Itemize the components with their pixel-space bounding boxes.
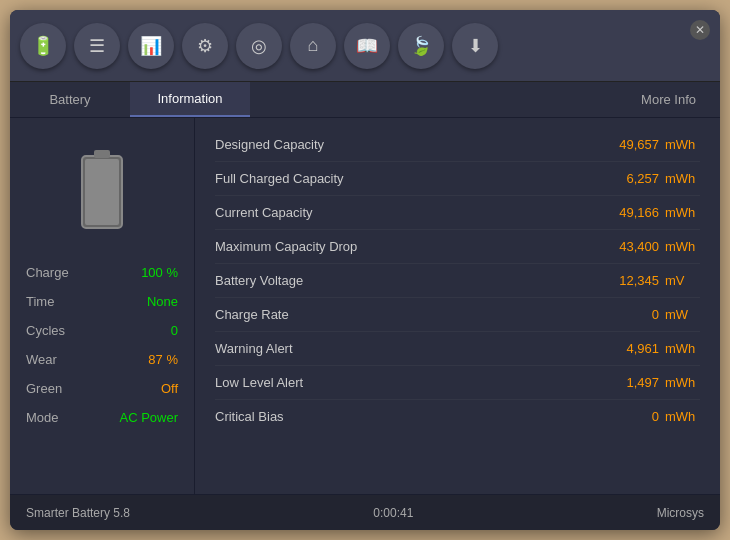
info-row-battery-voltage: Battery Voltage 12,345 mV [215,264,700,298]
info-row-designed-capacity: Designed Capacity 49,657 mWh [215,128,700,162]
info-row-warning-alert: Warning Alert 4,961 mWh [215,332,700,366]
info-row-low-level-alert: Low Level Alert 1,497 mWh [215,366,700,400]
elapsed-time: 0:00:41 [373,506,413,520]
toolbar: 🔋 ☰ 📊 ⚙ ◎ ⌂ 📖 🍃 ⬇ ✕ [10,10,720,82]
stat-green: Green Off [26,374,178,403]
download-nav-icon[interactable]: ⬇ [452,23,498,69]
tab-information[interactable]: Information [130,82,250,117]
stats-grid: Charge 100 % Time None Cycles 0 Wear 87 … [26,258,178,432]
info-row-charge-rate: Charge Rate 0 mW [215,298,700,332]
info-row-full-charged-capacity: Full Charged Capacity 6,257 mWh [215,162,700,196]
tab-battery[interactable]: Battery [10,82,130,117]
main-content: Charge 100 % Time None Cycles 0 Wear 87 … [10,118,720,494]
tab-bar: Battery Information More Info [10,82,720,118]
settings-nav-icon[interactable]: ⚙ [182,23,228,69]
stat-cycles: Cycles 0 [26,316,178,345]
info-row-current-capacity: Current Capacity 49,166 mWh [215,196,700,230]
stat-wear: Wear 87 % [26,345,178,374]
battery-display [72,144,132,238]
company-name: Microsys [657,506,704,520]
battery-icon-graphic [72,144,132,234]
info-row-critical-bias: Critical Bias 0 mWh [215,400,700,433]
book-nav-icon[interactable]: 📖 [344,23,390,69]
leaf-nav-icon[interactable]: 🍃 [398,23,444,69]
stat-mode: Mode AC Power [26,403,178,432]
stat-time: Time None [26,287,178,316]
svg-rect-2 [85,159,119,225]
close-button[interactable]: ✕ [690,20,710,40]
status-bar: Smarter Battery 5.8 0:00:41 Microsys [10,494,720,530]
battery-nav-icon[interactable]: 🔋 [20,23,66,69]
list-nav-icon[interactable]: ☰ [74,23,120,69]
svg-rect-1 [94,150,110,158]
app-name: Smarter Battery 5.8 [26,506,130,520]
home-nav-icon[interactable]: ⌂ [290,23,336,69]
app-window: 🔋 ☰ 📊 ⚙ ◎ ⌂ 📖 🍃 ⬇ ✕ Battery Information … [10,10,720,530]
right-panel: Designed Capacity 49,657 mWh Full Charge… [195,118,720,494]
target-nav-icon[interactable]: ◎ [236,23,282,69]
stat-charge: Charge 100 % [26,258,178,287]
tab-more-info[interactable]: More Info [617,82,720,117]
toolbar-icons: 🔋 ☰ 📊 ⚙ ◎ ⌂ 📖 🍃 ⬇ [20,23,498,69]
left-panel: Charge 100 % Time None Cycles 0 Wear 87 … [10,118,195,494]
chart-nav-icon[interactable]: 📊 [128,23,174,69]
info-row-max-capacity-drop: Maximum Capacity Drop 43,400 mWh [215,230,700,264]
